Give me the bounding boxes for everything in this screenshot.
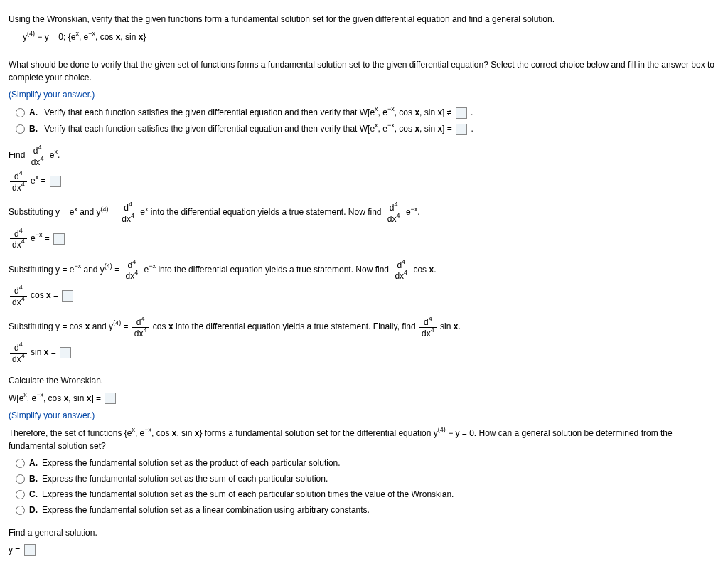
sub-enegx: Substituting y = e−x and y(4) = d4dx4 e−… [9, 260, 719, 281]
wronskian-expr: W[ex, e−x, cos x, sin x] = [9, 391, 719, 405]
answer-box-y[interactable] [24, 544, 36, 556]
find-d4-ex: Find d4dx4 ex. [9, 145, 719, 166]
choice2-c[interactable]: C.Express the fundamental solution set a… [16, 488, 719, 501]
answer-box-3[interactable] [62, 290, 73, 302]
d4-sinx-equals: d4dx4 sin x = [9, 342, 719, 363]
answer-box-1[interactable] [50, 176, 61, 187]
choice2-b[interactable]: B.Express the fundamental solution set a… [16, 472, 719, 485]
choice2-a-text: Express the fundamental solution set as … [42, 458, 341, 468]
question-prompt: What should be done to verify that the g… [9, 58, 719, 84]
sub-ex: Substituting y = ex and y(4) = d4dx4 ex … [9, 202, 719, 223]
radio-icon[interactable] [16, 108, 25, 117]
radio-icon[interactable] [16, 474, 25, 484]
radio-icon[interactable] [16, 506, 25, 515]
sub-cosx: Substituting y = cos x and y(4) = d4dx4 … [9, 317, 719, 338]
choice2-c-text: Express the fundamental solution set as … [42, 489, 454, 499]
choice2-d-text: Express the fundamental solution set as … [42, 505, 370, 515]
choice-a-text: Verify that each function satisfies the … [44, 107, 451, 117]
answer-box-2[interactable] [53, 233, 65, 245]
calc-wronskian: Calculate the Wronskian. [9, 374, 719, 387]
d4-cosx-equals: d4dx4 cos x = [9, 285, 719, 307]
radio-icon[interactable] [16, 490, 25, 499]
radio-icon[interactable] [16, 124, 25, 134]
choice-a[interactable]: A. Verify that each function satisfies t… [16, 105, 719, 119]
answer-box-w[interactable] [105, 393, 116, 404]
answer-box-a[interactable] [456, 107, 467, 119]
answer-box-b[interactable] [456, 124, 467, 135]
differential-equation: y(4) − y = 0; {ex, e−x, cos x, sin x} [23, 30, 719, 43]
d4-ex-equals: d4dx4 ex = [9, 171, 719, 192]
choice2-a[interactable]: A.Express the fundamental solution set a… [16, 457, 719, 469]
radio-icon[interactable] [16, 459, 25, 468]
choice2-b-text: Express the fundamental solution set as … [42, 474, 328, 484]
therefore: Therefore, the set of functions {ex, e−x… [9, 426, 719, 452]
choice2-d[interactable]: D.Express the fundamental solution set a… [16, 504, 719, 516]
choice-b-text: Verify that each function satisfies the … [44, 124, 451, 134]
problem-intro: Using the Wronskian, verify that the giv… [9, 13, 719, 26]
simplify-hint-2: (Simplify your answer.) [9, 409, 719, 422]
simplify-hint: (Simplify your answer.) [9, 88, 719, 101]
choice-b[interactable]: B. Verify that each function satisfies t… [16, 122, 719, 135]
d4-enegx-equals: d4dx4 e−x = [9, 228, 719, 250]
y-equals: y = [9, 543, 719, 556]
find-general: Find a general solution. [9, 526, 719, 539]
answer-box-4[interactable] [60, 347, 71, 358]
